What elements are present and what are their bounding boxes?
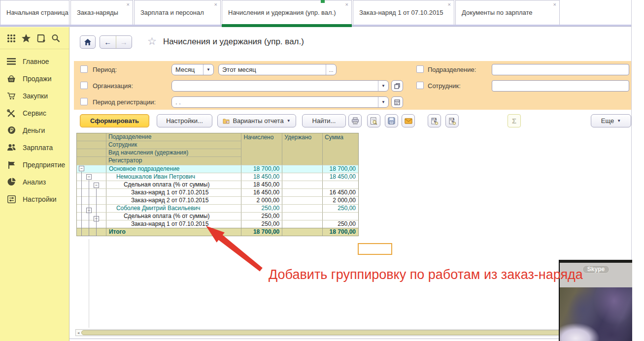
save-button[interactable] — [385, 114, 398, 127]
skype-logo: Skype — [582, 265, 610, 274]
organization-open-button[interactable] — [391, 80, 403, 92]
row-sum: 2 000,00 — [323, 197, 358, 204]
row-sum: 18 450,00 — [323, 173, 358, 181]
employee-input[interactable] — [492, 80, 629, 92]
window-bottom-edge — [69, 339, 632, 339]
tab-label: Документы по зарплате — [462, 9, 533, 16]
find-button[interactable]: Найти... — [302, 114, 346, 127]
row-sum: 250,00 — [323, 205, 358, 212]
preview-icon — [370, 117, 377, 125]
annotation-text: Добавить группировку по работам из заказ… — [269, 267, 583, 282]
skype-video-frame — [560, 287, 632, 341]
row-withheld — [282, 220, 323, 228]
application-window: Начальная страница Заказ-наряды × Зарпла… — [0, 0, 644, 341]
annotation-arrow — [0, 0, 276, 285]
chevron-down-icon: ▼ — [287, 119, 291, 123]
group-by-field-button[interactable]: AB — [428, 114, 441, 127]
row-withheld — [282, 165, 323, 173]
ungroup-by-field-button[interactable]: AB — [445, 114, 459, 127]
tab[interactable]: Заказ-наряд 1 от 07.10.2015 × — [353, 0, 454, 25]
employee-label: Сотрудник: — [428, 82, 461, 90]
tab[interactable]: Документы по зарплате × — [455, 0, 560, 25]
tab-label: Заказ-наряд 1 от 07.10.2015 — [359, 9, 443, 16]
row-withheld — [282, 213, 323, 220]
save-floppy-icon — [388, 117, 395, 124]
row-withheld — [282, 205, 323, 212]
row-withheld — [282, 189, 323, 196]
department-label: Подразделение: — [428, 66, 476, 73]
row-withheld — [282, 173, 323, 181]
document-ab-list-icon: AB — [448, 117, 456, 125]
highlight-rectangle — [358, 243, 392, 255]
department-input[interactable] — [492, 64, 629, 75]
document-ab-grid-icon: AB — [431, 117, 439, 125]
tab-close-icon[interactable]: × — [448, 2, 451, 7]
preview-button[interactable] — [367, 114, 380, 127]
mail-icon — [405, 118, 412, 124]
column-header-withheld[interactable]: Удержано — [282, 133, 323, 165]
department-checkbox[interactable] — [416, 65, 424, 73]
registration-period-calendar-button[interactable] — [391, 96, 403, 108]
chevron-down-icon[interactable]: ▼ — [378, 97, 388, 107]
row-sum — [323, 213, 358, 220]
print-button[interactable] — [348, 114, 362, 127]
scrollbar-thumb[interactable] — [81, 330, 625, 335]
screen-artifact — [321, 0, 325, 3]
row-sum: 250,00 — [323, 220, 358, 228]
row-sum: 16 450,00 — [323, 189, 358, 196]
scroll-left-icon[interactable]: ◂ — [76, 331, 81, 335]
row-sum: 18 700,00 — [323, 165, 358, 173]
calendar-icon — [394, 99, 400, 105]
row-sum: 18 700,00 — [323, 228, 358, 236]
tab-close-icon[interactable]: × — [345, 2, 348, 7]
send-mail-button[interactable] — [402, 114, 415, 127]
employee-checkbox[interactable] — [416, 82, 424, 89]
tab-close-icon[interactable]: × — [553, 2, 556, 7]
row-withheld — [282, 228, 323, 236]
more-label: Еще — [601, 117, 614, 124]
chevron-down-icon[interactable]: ▼ — [378, 81, 388, 91]
open-picker-icon — [394, 83, 400, 89]
printer-icon — [351, 117, 359, 124]
chevron-down-icon: ▼ — [617, 119, 621, 123]
row-sum — [323, 181, 358, 188]
horizontal-scrollbar[interactable]: ◂ ▸ — [75, 329, 631, 336]
autosum-button[interactable]: Σ — [508, 114, 521, 127]
more-button[interactable]: Еще ▼ — [591, 114, 631, 127]
row-withheld — [282, 197, 323, 204]
row-withheld — [282, 181, 323, 188]
period-more-button[interactable]: ... — [326, 64, 336, 75]
column-header-sum[interactable]: Сумма — [323, 133, 358, 165]
